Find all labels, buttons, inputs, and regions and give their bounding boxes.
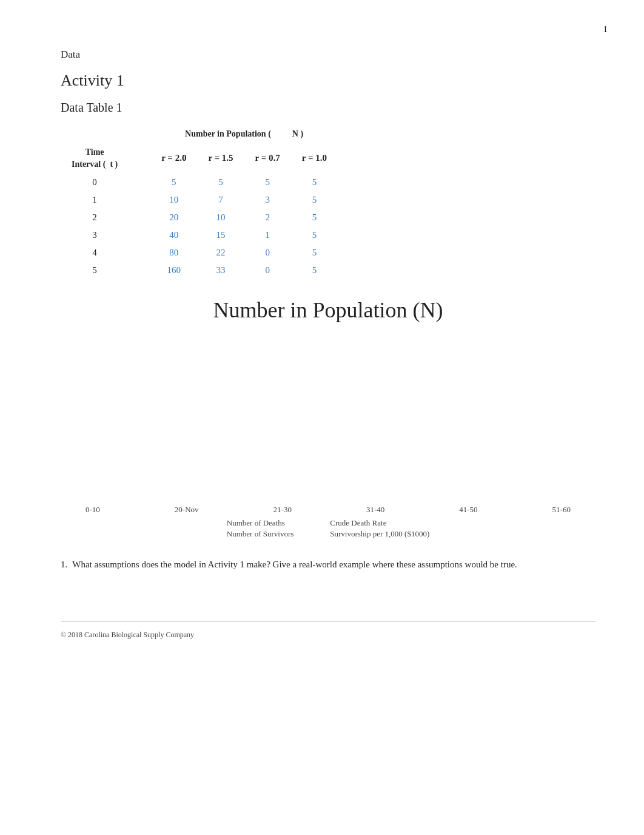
cell-r1: 10: [150, 191, 197, 209]
cell-r3: 1: [244, 226, 291, 244]
table-row: 1 10 7 3 5: [61, 191, 338, 209]
cell-t: 2: [61, 209, 129, 226]
cell-r4: 5: [291, 191, 338, 209]
cell-r3: 2: [244, 209, 291, 226]
question-section: 1. What assumptions does the model in Ac…: [61, 557, 595, 573]
cell-r4: 5: [291, 174, 338, 191]
table-row: 4 80 22 0 5: [61, 244, 338, 262]
cell-r4: 5: [291, 226, 338, 244]
cell-r2: 10: [197, 209, 244, 226]
cell-r1: 20: [150, 209, 197, 226]
cell-r4: 5: [291, 209, 338, 226]
col-header-time: Time Interval ( t ): [61, 143, 129, 174]
col-header-r1: r = 2.0: [150, 143, 197, 174]
chart-title: Number in Population (N): [61, 297, 595, 323]
cell-r4: 5: [291, 244, 338, 262]
chart-legend: Number of DeathsNumber of Survivors Crud…: [61, 518, 595, 539]
axis-label: 20-Nov: [175, 505, 199, 515]
section-activity-heading: Activity 1: [61, 72, 595, 90]
cell-t: 4: [61, 244, 129, 262]
data-table: Number in Population ( N ) Time Interval…: [61, 126, 595, 279]
table-header-population: Number in Population ( N ): [150, 126, 338, 143]
col-header-r3: r = 0.7: [244, 143, 291, 174]
cell-r2: 15: [197, 226, 244, 244]
legend-item: Number of Deaths: [227, 518, 294, 528]
col-header-r2: r = 1.5: [197, 143, 244, 174]
axis-label: 41-50: [459, 505, 477, 515]
axis-label: 21-30: [273, 505, 292, 515]
page-number: 1: [603, 24, 608, 35]
footer-copyright: © 2018 Carolina Biological Supply Compan…: [61, 630, 194, 639]
legend-item: Number of Survivors: [227, 529, 294, 539]
cell-r1: 80: [150, 244, 197, 262]
cell-r3: 3: [244, 191, 291, 209]
cell-t: 5: [61, 262, 129, 279]
axis-label: 51-60: [552, 505, 571, 515]
cell-r2: 5: [197, 174, 244, 191]
cell-r2: 33: [197, 262, 244, 279]
cell-t: 0: [61, 174, 129, 191]
cell-t: 3: [61, 226, 129, 244]
cell-r2: 22: [197, 244, 244, 262]
cell-r3: 5: [244, 174, 291, 191]
col-header-r4: r = 1.0: [291, 143, 338, 174]
axis-label: 0-10: [86, 505, 100, 515]
table-row: 2 20 10 2 5: [61, 209, 338, 226]
cell-r2: 7: [197, 191, 244, 209]
section-data-heading: Data: [61, 49, 595, 61]
chart-area: [79, 329, 577, 499]
table-row: 0 5 5 5 5: [61, 174, 338, 191]
cell-r1: 5: [150, 174, 197, 191]
cell-r3: 0: [244, 244, 291, 262]
cell-r4: 5: [291, 262, 338, 279]
cell-r1: 40: [150, 226, 197, 244]
cell-t: 1: [61, 191, 129, 209]
cell-r1: 160: [150, 262, 197, 279]
legend-item: Crude Death Rate: [330, 518, 429, 528]
axis-label: 31-40: [366, 505, 384, 515]
section-datatable-heading: Data Table 1: [61, 101, 595, 115]
footer: © 2018 Carolina Biological Supply Compan…: [61, 621, 595, 640]
legend-item: Survivorship per 1,000 ($1000): [330, 529, 429, 539]
chart-axis-labels: 0-1020-Nov21-3031-4041-5051-60: [79, 505, 577, 515]
question-number: 1.: [61, 557, 67, 573]
question-text: What assumptions does the model in Activ…: [72, 557, 517, 573]
cell-r3: 0: [244, 262, 291, 279]
table-row: 5 160 33 0 5: [61, 262, 338, 279]
table-row: 3 40 15 1 5: [61, 226, 338, 244]
